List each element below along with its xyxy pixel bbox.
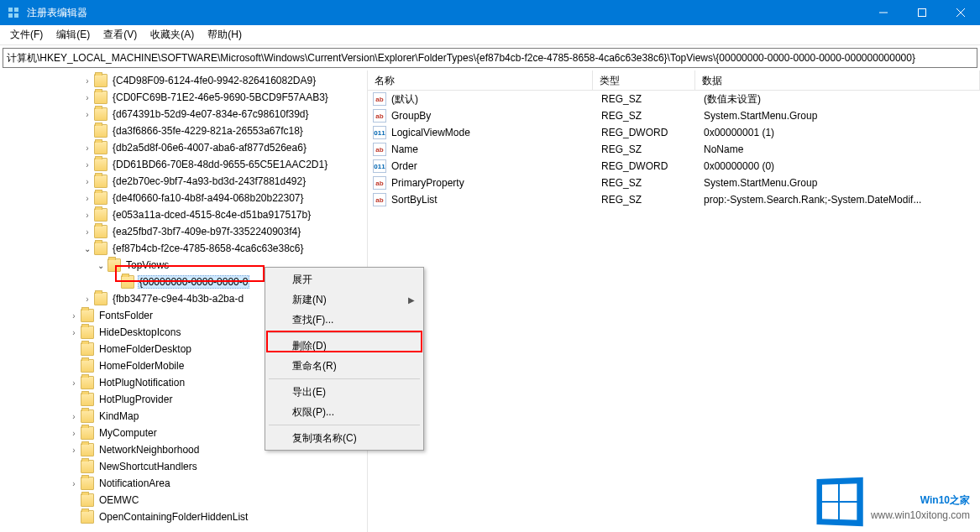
chevron-right-icon[interactable]: ›: [81, 295, 94, 304]
col-type[interactable]: 类型: [593, 70, 695, 90]
folder-icon: [94, 124, 107, 138]
chevron-right-icon[interactable]: ›: [81, 160, 94, 170]
window-title: 注册表编辑器: [27, 6, 864, 20]
value-row[interactable]: abPrimaryPropertyREG_SZSystem.StartMenu.…: [368, 175, 980, 191]
watermark: Win10之家 www.win10xitong.com: [815, 478, 970, 525]
chevron-right-icon[interactable]: ›: [67, 446, 81, 455]
chevron-down-icon[interactable]: ⌄: [94, 261, 107, 270]
ctx-new-label: 新建(N): [292, 293, 327, 307]
tree-row[interactable]: ›{d674391b-52d9-4e07-834e-67c98610f39d}: [0, 106, 367, 123]
reg-string-icon: ab: [373, 143, 386, 156]
folder-icon: [81, 342, 94, 356]
reg-string-icon: ab: [373, 92, 386, 106]
tree-row[interactable]: ›NotificationArea: [0, 475, 367, 492]
value-row[interactable]: ab(默认)REG_SZ(数值未设置): [368, 91, 980, 107]
tree-label: {db2a5d8f-06e6-4007-aba6-af877d526ea6}: [111, 141, 308, 154]
tree-row[interactable]: ›{C4D98F09-6124-4fe0-9942-826416082DA9}: [0, 72, 367, 89]
tree-row[interactable]: ›{CD0FC69B-71E2-46e5-9690-5BCD9F57AAB3}: [0, 89, 367, 106]
value-row[interactable]: 011LogicalViewModeREG_DWORD0x00000001 (1…: [368, 124, 980, 141]
ctx-export[interactable]: 导出(E): [267, 382, 422, 402]
value-data: NoName: [697, 143, 980, 155]
tree-row[interactable]: ›{db2a5d8f-06e6-4007-aba6-af877d526ea6}: [0, 139, 367, 156]
folder-icon: [94, 158, 107, 171]
col-name[interactable]: 名称: [368, 70, 593, 90]
chevron-right-icon[interactable]: ›: [67, 479, 81, 488]
tree-row[interactable]: OEMWC: [0, 492, 367, 509]
tree-label: {00000000-0000-0000-0: [138, 275, 249, 289]
window-controls: [864, 0, 980, 25]
tree-row[interactable]: ›{e053a11a-dced-4515-8c4e-d51ba917517b}: [0, 206, 367, 223]
folder-icon: [107, 258, 121, 272]
submenu-arrow-icon: ▶: [408, 295, 415, 305]
tree-label: HideDesktopIcons: [97, 326, 182, 339]
chevron-right-icon[interactable]: ›: [81, 93, 94, 102]
tree-label: HotPlugProvider: [97, 393, 174, 406]
svg-rect-5: [919, 9, 926, 17]
chevron-right-icon[interactable]: ›: [81, 227, 94, 237]
chevron-right-icon[interactable]: ›: [67, 412, 81, 421]
tree-row[interactable]: {da3f6866-35fe-4229-821a-26553a67fc18}: [0, 123, 367, 139]
chevron-right-icon[interactable]: ›: [67, 311, 81, 321]
ctx-copy-key-name[interactable]: 复制项名称(C): [267, 428, 422, 448]
tree-row[interactable]: ›{ea25fbd7-3bf7-409e-b97f-3352240903f4}: [0, 223, 367, 240]
ctx-expand[interactable]: 展开: [267, 269, 422, 289]
chevron-right-icon[interactable]: ›: [67, 429, 81, 438]
chevron-right-icon[interactable]: ›: [81, 76, 94, 86]
value-name: GroupBy: [390, 110, 595, 122]
tree-row[interactable]: ⌄{ef87b4cb-f2ce-4785-8658-4ca6c63e38c6}: [0, 240, 367, 257]
chevron-right-icon[interactable]: ›: [81, 194, 94, 203]
reg-binary-icon: 011: [373, 159, 386, 173]
ctx-permissions[interactable]: 权限(P)...: [267, 402, 422, 422]
ctx-separator: [269, 332, 420, 333]
menu-view[interactable]: 查看(V): [97, 26, 144, 44]
ctx-copy-key-name-label: 复制项名称(C): [292, 431, 357, 446]
chevron-right-icon[interactable]: ›: [81, 177, 94, 186]
tree-row[interactable]: ›{de2b70ec-9bf7-4a93-bd3d-243f7881d492}: [0, 173, 367, 190]
address-bar[interactable]: 计算机\HKEY_LOCAL_MACHINE\SOFTWARE\Microsof…: [3, 48, 977, 68]
value-name: SortByList: [390, 194, 595, 206]
value-row[interactable]: abNameREG_SZNoName: [368, 141, 980, 158]
ctx-new[interactable]: 新建(N)▶: [267, 289, 422, 310]
tree-row[interactable]: ›{de4f0660-fa10-4b8f-a494-068b20b22307}: [0, 190, 367, 206]
value-data: 0x00000001 (1): [697, 127, 980, 138]
value-row[interactable]: 011OrderREG_DWORD0x00000000 (0): [368, 158, 980, 175]
tree-row[interactable]: OpenContainingFolderHiddenList: [0, 509, 367, 525]
chevron-right-icon[interactable]: ›: [81, 211, 94, 220]
values-header: 名称 类型 数据: [368, 70, 980, 91]
menu-edit[interactable]: 编辑(E): [50, 26, 97, 44]
value-data: (数值未设置): [697, 92, 980, 107]
tree-label: {ea25fbd7-3bf7-409e-b97f-3352240903f4}: [111, 225, 302, 238]
value-name: LogicalViewMode: [390, 127, 595, 138]
chevron-right-icon[interactable]: ›: [81, 143, 94, 153]
values-pane[interactable]: 名称 类型 数据 ab(默认)REG_SZ(数值未设置)abGroupByREG…: [368, 70, 980, 532]
col-data[interactable]: 数据: [695, 70, 980, 90]
value-row[interactable]: abSortByListREG_SZprop:-System.Search.Ra…: [368, 191, 980, 208]
ctx-permissions-label: 权限(P)...: [292, 405, 334, 420]
tree-row[interactable]: NewShortcutHandlers: [0, 458, 367, 475]
menu-favorites[interactable]: 收藏夹(A): [144, 26, 201, 44]
menu-file[interactable]: 文件(F): [3, 26, 50, 44]
chevron-right-icon[interactable]: ›: [67, 328, 81, 337]
value-type: REG_SZ: [595, 110, 697, 122]
tree-label: KindMap: [97, 409, 140, 423]
maximize-button[interactable]: [903, 0, 941, 25]
chevron-down-icon[interactable]: ⌄: [81, 244, 94, 253]
close-button[interactable]: [941, 0, 980, 25]
ctx-find[interactable]: 查找(F)...: [267, 310, 422, 330]
ctx-rename-label: 重命名(R): [292, 359, 337, 373]
watermark-brand: Win10之家: [871, 483, 970, 509]
ctx-delete[interactable]: 删除(D): [267, 336, 422, 356]
value-row[interactable]: abGroupByREG_SZSystem.StartMenu.Group: [368, 107, 980, 124]
tree-label: OEMWC: [97, 493, 140, 507]
ctx-rename[interactable]: 重命名(R): [267, 356, 422, 376]
chevron-right-icon[interactable]: ›: [67, 378, 81, 388]
menu-help[interactable]: 帮助(H): [201, 26, 249, 44]
folder-icon: [94, 292, 107, 305]
value-data: System.StartMenu.Group: [697, 177, 980, 189]
watermark-brand-accent: 之家: [950, 494, 970, 506]
tree-row[interactable]: ›{DD61BD66-70E8-48dd-9655-65C5E1AAC2D1}: [0, 156, 367, 173]
chevron-right-icon[interactable]: ›: [81, 110, 94, 119]
minimize-button[interactable]: [864, 0, 903, 25]
ctx-separator: [269, 425, 420, 425]
main-split: ›{C4D98F09-6124-4fe0-9942-826416082DA9}›…: [0, 70, 980, 532]
